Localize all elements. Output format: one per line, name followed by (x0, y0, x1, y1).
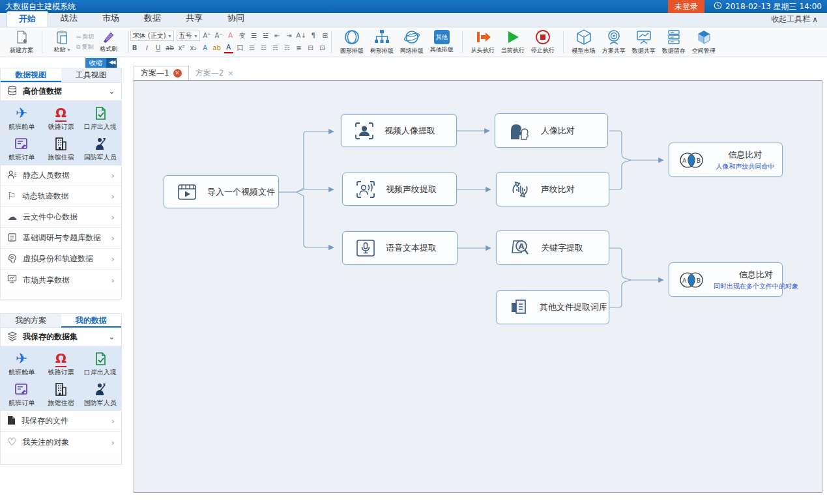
sidebar-item-market-shared-data[interactable]: 市场共享数据 › (1, 270, 121, 290)
decrease-indent-button[interactable]: ⇤ (273, 31, 282, 40)
cut-button[interactable]: ✂剪切 (76, 33, 94, 41)
group-new-plan: 新建方案 (3, 29, 40, 55)
menu-tab-share[interactable]: 共享 (173, 10, 215, 27)
sidebar-item-static-person-data[interactable]: 静态人员数据 › (1, 165, 121, 186)
enclose-character-button[interactable]: 囗 (236, 44, 245, 53)
line-spacing-button[interactable]: ≣ (295, 44, 304, 53)
font-family-select[interactable]: 宋体 (正文) ▾ (130, 31, 174, 41)
sidebar-item-virtual-identity-data[interactable]: 虚拟身份和轨迹数据 › (1, 249, 121, 270)
strikethrough-button[interactable]: ab (166, 44, 175, 53)
node-import-video-file[interactable]: 导入一个视频文件 (164, 175, 279, 208)
plan-tab-1[interactable]: 方案—1 ✕ (134, 66, 189, 80)
modeling-canvas[interactable]: 导入一个视频文件 视频人像提取 视频声纹提取 语音文本提取 人像比对 (134, 80, 822, 493)
tab-tool-view[interactable]: 工具视图 (61, 68, 122, 82)
sidebar-collapse-button[interactable]: 收缩 ◀◀ (85, 58, 117, 68)
sidebar-item-my-followed-objects[interactable]: ♡ 我关注的对象 › (1, 432, 121, 453)
underline-button[interactable]: U (154, 44, 163, 53)
section-high-value-data[interactable]: 高价值数据 ⌄ (1, 83, 121, 101)
menu-tab-collaborate[interactable]: 协同 (215, 10, 257, 27)
paste-button[interactable]: 粘贴 ▾ (48, 30, 76, 54)
bullet-list-button[interactable]: ☰ (250, 31, 259, 40)
menu-tab-market[interactable]: 市场 (90, 10, 132, 27)
change-case-button[interactable]: A (226, 31, 235, 40)
tree-layout-button[interactable]: 树形排版 (367, 29, 397, 55)
increase-indent-button[interactable]: ⇥ (285, 31, 294, 40)
tab-my-data[interactable]: 我的数据 (61, 314, 122, 328)
font-color-red-button[interactable]: A (224, 43, 233, 53)
dataset-flight-order[interactable]: 航班订单 (2, 381, 41, 408)
tab-my-plans[interactable]: 我的方案 (1, 314, 61, 328)
menu-tab-start[interactable]: 开始 (7, 11, 48, 27)
node-portrait-compare[interactable]: 人像比对 (495, 113, 608, 148)
sidebar-item-my-saved-files[interactable]: 我保存的文件 › (1, 411, 121, 432)
paragraph-mark-button[interactable]: ¶ (309, 31, 318, 40)
close-tab-icon[interactable]: ✕ (173, 69, 182, 77)
plan-tab-2[interactable]: 方案—2 × (189, 66, 240, 80)
dataset-hotel-stay[interactable]: 旅馆住宿 (41, 381, 80, 408)
sort-button[interactable]: A↓ (297, 31, 306, 40)
dataset-military-personnel[interactable]: 国防军人员 (81, 135, 120, 162)
dataset-railway-ticket[interactable]: Ω 铁路订票 (41, 105, 80, 132)
dataset-flight-order[interactable]: 航班订单 (2, 135, 41, 162)
grow-font-button[interactable]: A⁺ (203, 31, 212, 40)
tab-data-view[interactable]: 数据视图 (1, 68, 61, 82)
dataset-military-personnel[interactable]: 国防军人员 (81, 381, 120, 408)
numbered-list-button[interactable]: ☱ (261, 31, 270, 40)
align-left-button[interactable]: ☰ (248, 44, 257, 53)
section-my-saved-datasets[interactable]: 我保存的数据集 ⌄ (1, 328, 121, 346)
superscript-button[interactable]: x² (177, 44, 186, 53)
run-current-button[interactable]: 当前执行 (498, 29, 528, 55)
dataset-flight-manifest[interactable]: ✈ 航班舱单 (2, 350, 41, 377)
node-keyword-extract[interactable]: A 关键字提取 (496, 231, 609, 265)
chevron-right-icon: › (111, 212, 115, 222)
shading-button[interactable]: ⊟ (306, 44, 315, 53)
node-other-files-lexicon[interactable]: 其他文件提取词库 (496, 290, 609, 324)
dataset-port-entry-exit[interactable]: 口岸出入境 (81, 350, 120, 377)
node-voiceprint-compare[interactable]: 声纹比对 (496, 172, 609, 206)
borders-button[interactable]: ⊡ (318, 44, 327, 53)
table-button[interactable]: ⊞ (321, 31, 330, 40)
network-layout-button[interactable]: 网络排版 (397, 29, 427, 55)
shrink-font-button[interactable]: A⁻ (214, 31, 224, 40)
font-color-button[interactable]: A (201, 44, 210, 53)
node-speech-text-extract[interactable]: 语音文本提取 (342, 231, 457, 265)
sidebar-item-dynamic-track-data[interactable]: ⚐ 动态轨迹数据 › (1, 186, 121, 207)
italic-button[interactable]: I (142, 44, 151, 53)
model-market-button[interactable]: 模型市场 (569, 29, 599, 55)
stop-run-button[interactable]: 停止执行 (528, 29, 558, 55)
subscript-button[interactable]: x₂ (189, 44, 198, 53)
clear-format-button[interactable]: 变 (238, 31, 247, 40)
collapse-toolbar-button[interactable]: 收起工具栏 ∧ (771, 14, 818, 27)
node-video-voiceprint-extract[interactable]: 视频声纹提取 (342, 173, 457, 206)
other-layout-button[interactable]: 其他 其他排版 (427, 30, 457, 54)
menu-tab-data[interactable]: 数据 (132, 10, 173, 27)
run-from-start-button[interactable]: 从头执行 (468, 29, 498, 55)
copy-button[interactable]: ⧉复制 (76, 43, 94, 51)
font-size-select[interactable]: 五号 ▾ (177, 31, 200, 41)
node-video-portrait-extract[interactable]: 视频人像提取 (341, 114, 457, 147)
align-center-button[interactable]: ☲ (259, 44, 268, 53)
dataset-port-entry-exit[interactable]: 口岸出入境 (81, 105, 120, 132)
align-right-button[interactable]: ☴ (271, 44, 280, 53)
data-share-button[interactable]: 数据共享 (629, 29, 659, 55)
menu-tab-tactics[interactable]: 战法 (48, 10, 90, 27)
space-management-button[interactable]: 空间管理 (689, 29, 719, 55)
plan-share-button[interactable]: 方案共享 (599, 29, 629, 55)
dataset-flight-manifest[interactable]: ✈ 航班舱单 (2, 105, 41, 132)
justify-button[interactable]: ☶ (283, 44, 292, 53)
data-retention-button[interactable]: 数据留存 (659, 29, 689, 55)
soldier-icon (93, 381, 108, 398)
node-info-compare-1[interactable]: AB 信息比对 人像和声纹共同命中 (669, 143, 783, 177)
dataset-railway-ticket[interactable]: Ω 铁路订票 (41, 350, 80, 377)
bold-button[interactable]: B (130, 44, 139, 53)
format-painter-button[interactable]: 格式刷 (94, 31, 123, 53)
login-status-badge[interactable]: 未登录 (668, 0, 704, 13)
new-plan-button[interactable]: 新建方案 (7, 29, 36, 55)
dataset-hotel-stay[interactable]: 旅馆住宿 (41, 135, 80, 162)
sidebar-item-research-library-data[interactable]: 基础调研与专题库数据 › (1, 228, 121, 249)
circular-layout-button[interactable]: 圆形排版 (337, 29, 367, 55)
node-info-compare-2[interactable]: AB 信息比对 同时出现在多个文件中的对象 (669, 262, 783, 297)
sidebar-item-cloud-file-data[interactable]: ☁ 云文件中心数据 › (1, 207, 121, 228)
highlight-button[interactable]: ab (212, 44, 222, 53)
close-tab-icon[interactable]: × (227, 69, 233, 77)
